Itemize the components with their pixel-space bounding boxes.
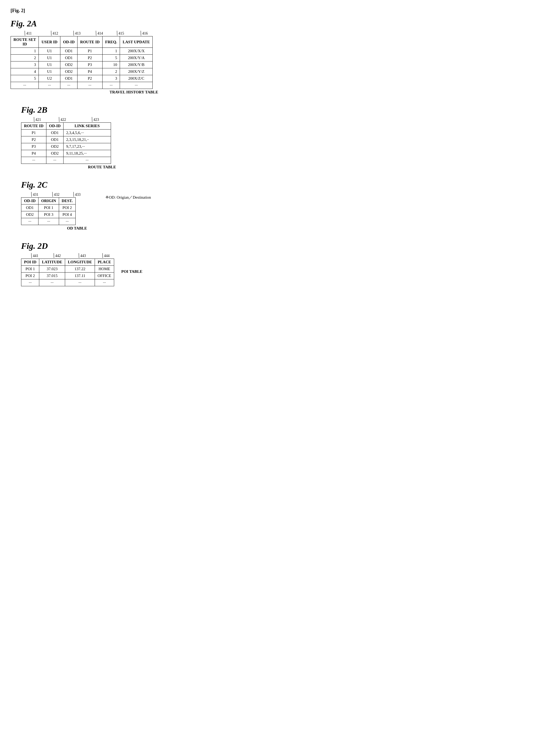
fig2d-tbody: POI 1 37.023 137.22 HOME POI 2 37.015 13…	[22, 266, 114, 286]
fig2c-od-note: ※OD: Origian／Destination	[106, 195, 151, 200]
fig2a-col-userid: USER ID	[39, 36, 60, 48]
table-row: P4 OD2 9,11,18,25,···	[22, 150, 111, 157]
fig2c-table-name: OD TABLE	[21, 226, 87, 231]
cell: 200X/Z/C	[120, 75, 153, 82]
cell: OD1	[60, 75, 77, 82]
cell: P2	[78, 54, 103, 62]
table-row: POI 1 37.023 137.22 HOME	[22, 266, 114, 272]
table-row: 1 U1 OD1 P1 1 200X/X/X	[11, 48, 153, 54]
page-top-label: [Fig. 2]	[10, 8, 550, 13]
cell: ···	[39, 280, 65, 286]
cell: OD2	[60, 68, 77, 75]
cell: OD1	[46, 137, 63, 143]
fig2d-col-place: PLACE	[95, 259, 114, 266]
cell: 2,3,4,5,6,···	[63, 129, 111, 137]
fig2d-col-poiid: POI ID	[22, 259, 39, 266]
cell: 200X/Y/B	[120, 62, 153, 68]
fig2a-col-lastupdate: LAST UPDATE	[120, 36, 153, 48]
fig2a-ann-416: ╱ 416	[129, 31, 158, 36]
fig2c-ann-431: ╱ 431	[24, 192, 45, 197]
cell: ···	[11, 82, 39, 89]
cell: 137.22	[65, 266, 95, 272]
fig2c-row: ╱ 431 ╱ 432 ╱ 433 OD-ID ORIGIN DEST	[21, 192, 550, 231]
table-row: 5 U2 OD1 P2 3 200X/Z/C	[11, 75, 153, 82]
fig2a-ann-411: ╱ 411	[13, 31, 42, 36]
table-row: ··· ··· ···	[22, 218, 76, 225]
cell: P1	[22, 129, 46, 137]
cell: 2,3,15,18,21,··	[63, 137, 111, 143]
table-row: 3 U1 OD2 P3 10 200X/Y/B	[11, 62, 153, 68]
table-row: 4 U1 OD2 P4 2 200X/Y/Z	[11, 68, 153, 75]
table-row: OD2 POI 3 POI 4	[22, 211, 76, 218]
cell: ···	[65, 280, 95, 286]
fig2a-ann-414: ╱ 414	[87, 31, 111, 36]
cell: POI 2	[59, 204, 75, 211]
cell: ···	[59, 218, 75, 225]
fig2b-tbody: P1 OD1 2,3,4,5,6,··· P2 OD1 2,3,15,18,21…	[22, 129, 111, 164]
cell: P2	[22, 137, 46, 143]
fig2b-col-linkseries: LINK SERIES	[63, 123, 111, 129]
fig2a-annotations: ╱ 411 ╱ 412 ╱ 413 ╱ 414 ╱ 415 ╱ 416	[10, 31, 158, 36]
fig2a-title: Fig. 2A	[10, 19, 550, 29]
cell: P3	[78, 62, 103, 68]
table-row: ··· ··· ··· ··· ··· ···	[11, 82, 153, 89]
fig2a-table-wrapper: ╱ 411 ╱ 412 ╱ 413 ╱ 414 ╱ 415 ╱ 416	[10, 31, 158, 95]
cell: POI 1	[39, 204, 59, 211]
cell: ···	[39, 82, 60, 89]
cell: POI 4	[59, 211, 75, 218]
fig2d-title: Fig. 2D	[21, 241, 550, 251]
cell: ···	[102, 82, 120, 89]
table-row: P2 OD1 2,3,15,18,21,··	[22, 137, 111, 143]
fig2d-table: POI ID LATITUDE LONGITUDE PLACE POI 1 37…	[21, 259, 114, 286]
cell: P4	[22, 150, 46, 157]
fig2c-header-row: OD-ID ORIGIN DEST.	[22, 198, 76, 204]
table-row: POI 2 37.015 137.11 OFFICE	[22, 272, 114, 280]
fig2d-row: ╱ 441 ╱ 442 ╱ 443 ╱ 444	[21, 254, 550, 286]
cell: P4	[78, 68, 103, 75]
cell: OD2	[46, 150, 63, 157]
fig2d-ann-442: ╱ 442	[45, 254, 69, 258]
cell: U1	[39, 68, 60, 75]
fig2d-table-wrapper: ╱ 441 ╱ 442 ╱ 443 ╱ 444	[21, 254, 116, 286]
fig2c-section: Fig. 2C ╱ 431 ╱ 432 ╱ 433	[21, 180, 550, 231]
cell: 1	[11, 48, 39, 54]
cell: OD1	[60, 54, 77, 62]
cell: OD2	[46, 143, 63, 150]
fig2a-header-row: ROUTE SETID USER ID OD-ID ROUTE ID FREQ.…	[11, 36, 153, 48]
cell: ···	[120, 82, 153, 89]
cell: 3	[102, 75, 120, 82]
cell: 2	[102, 68, 120, 75]
fig2b-table-wrapper: ╱ 421 ╱ 422 ╱ 423 ROUTE ID OD-ID LINK SE…	[21, 117, 116, 170]
cell: 1	[102, 48, 120, 54]
fig2a-table: ROUTE SETID USER ID OD-ID ROUTE ID FREQ.…	[10, 36, 153, 89]
fig2b-ann-422: ╱ 422	[50, 117, 74, 122]
cell: 5	[11, 75, 39, 82]
cell: ···	[78, 82, 103, 89]
fig2d-section: Fig. 2D ╱ 441 ╱ 442 ╱ 443 ╱ 444	[21, 241, 550, 286]
cell: POI 3	[39, 211, 59, 218]
fig2c-table: OD-ID ORIGIN DEST. OD1 POI 1 POI 2 OD2 P…	[21, 197, 76, 225]
cell: 5	[102, 54, 120, 62]
cell: 137.11	[65, 272, 95, 280]
cell: U1	[39, 48, 60, 54]
cell: ···	[46, 157, 63, 164]
cell: P1	[78, 48, 103, 54]
fig2d-ann-441: ╱ 441	[24, 254, 45, 258]
cell: OD2	[60, 62, 77, 68]
cell: U2	[39, 75, 60, 82]
fig2b-header-row: ROUTE ID OD-ID LINK SERIES	[22, 123, 111, 129]
cell: ···	[60, 82, 77, 89]
table-row: P3 OD2 9,7,17,23,···	[22, 143, 111, 150]
fig2a-tbody: 1 U1 OD1 P1 1 200X/X/X 2 U1 OD1 P2 5 200…	[11, 48, 153, 89]
fig2d-header-row: POI ID LATITUDE LONGITUDE PLACE	[22, 259, 114, 266]
cell: 10	[102, 62, 120, 68]
fig2d-col-latitude: LATITUDE	[39, 259, 65, 266]
cell: 37.023	[39, 266, 65, 272]
fig2b-annotations: ╱ 421 ╱ 422 ╱ 423	[21, 117, 116, 122]
fig2d-col-longitude: LONGITUDE	[65, 259, 95, 266]
fig2c-col-dest: DEST.	[59, 198, 75, 204]
table-row: ··· ··· ···	[22, 157, 111, 164]
cell: OD1	[60, 48, 77, 54]
fig2a-col-routesetid: ROUTE SETID	[11, 36, 39, 48]
fig2b-col-routeid: ROUTE ID	[22, 123, 46, 129]
